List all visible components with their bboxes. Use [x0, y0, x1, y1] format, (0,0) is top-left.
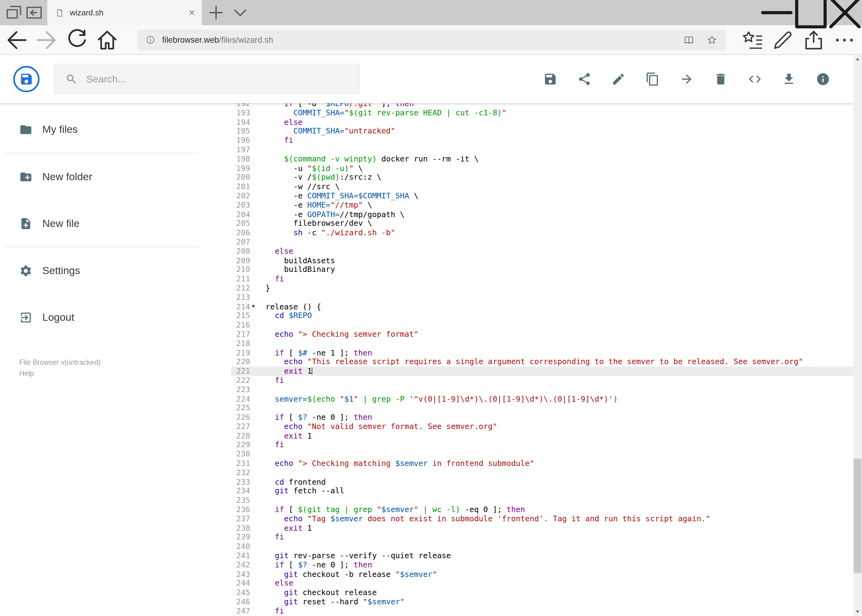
code-line[interactable]: 247 fi: [231, 607, 853, 616]
line-number[interactable]: 224: [231, 394, 250, 404]
code-line[interactable]: 242 if [ $? -ne 0 ]; then: [231, 560, 853, 570]
code-text[interactable]: -e COMMIT_SHA=$COMMIT_SHA \: [266, 191, 853, 201]
code-line[interactable]: 239 fi: [231, 533, 853, 542]
share-page-button[interactable]: [802, 28, 826, 52]
line-number[interactable]: 201: [231, 182, 250, 191]
code-line[interactable]: 236 if [ $(git tag | grep "$semver" | wc…: [231, 505, 853, 514]
code-line[interactable]: 223: [231, 385, 853, 394]
code-line[interactable]: 205 filebrowser/dev \: [231, 219, 853, 228]
line-number[interactable]: 241: [231, 551, 250, 560]
code-text[interactable]: [266, 404, 853, 413]
line-number[interactable]: 220: [231, 357, 250, 366]
line-number[interactable]: 232: [231, 468, 250, 477]
code-line[interactable]: 209 buildAssets: [231, 256, 853, 265]
line-number[interactable]: 214: [231, 302, 250, 311]
code-line[interactable]: 211 fi: [231, 274, 853, 284]
share-button[interactable]: [577, 72, 591, 86]
code-text[interactable]: [266, 449, 853, 459]
code-line[interactable]: 208 else: [231, 247, 853, 256]
code-text[interactable]: git reset --hard "$semver": [266, 597, 853, 607]
search-input[interactable]: [85, 73, 349, 85]
tabs-set-aside-icon[interactable]: [4, 0, 24, 25]
line-number[interactable]: 237: [231, 514, 250, 523]
code-text[interactable]: [266, 542, 853, 551]
code-text[interactable]: git fetch --all: [266, 487, 853, 496]
code-text[interactable]: buildBinary: [266, 265, 853, 274]
tab-preview-chevron[interactable]: [230, 0, 250, 25]
line-number[interactable]: 244: [231, 579, 250, 588]
code-line[interactable]: 203 -e HOME="//tmp" \: [231, 201, 853, 210]
line-number[interactable]: 218: [231, 339, 250, 348]
line-number[interactable]: 235: [231, 496, 250, 505]
code-text[interactable]: exit 1: [266, 366, 853, 376]
code-text[interactable]: $(command -v winpty) docker run --rm -it…: [266, 154, 853, 163]
line-number[interactable]: 233: [231, 477, 250, 487]
raw-view-button[interactable]: [748, 72, 762, 86]
line-number[interactable]: 199: [231, 163, 250, 173]
line-number[interactable]: 228: [231, 431, 250, 440]
code-line[interactable]: 220 echo "This release script requires a…: [231, 357, 853, 366]
code-line[interactable]: 238 exit 1: [231, 523, 853, 533]
code-text[interactable]: exit 1: [266, 431, 853, 440]
code-line[interactable]: 201 -w //src \: [231, 182, 853, 191]
code-text[interactable]: -e HOME="//tmp" \: [266, 201, 853, 210]
code-line[interactable]: 237 echo "Tag $semver does not exist in …: [231, 514, 853, 523]
move-button[interactable]: [679, 72, 694, 86]
line-number[interactable]: 195: [231, 127, 250, 136]
page-scrollbar[interactable]: [853, 55, 862, 616]
code-text[interactable]: -v /$(pwd):/src:z \: [266, 173, 853, 182]
code-line[interactable]: 193 COMMIT_SHA="$(git rev-parse HEAD | c…: [231, 108, 853, 118]
line-number[interactable]: 231: [231, 459, 250, 468]
code-line[interactable]: 198 $(command -v winpty) docker run --rm…: [231, 154, 853, 163]
code-line[interactable]: 225: [231, 404, 853, 413]
code-text[interactable]: else: [266, 118, 853, 127]
code-text[interactable]: buildAssets: [266, 256, 853, 265]
line-number[interactable]: 246: [231, 597, 250, 607]
favorite-star-icon[interactable]: [706, 34, 718, 46]
code-text[interactable]: cd $REPO: [266, 311, 853, 321]
code-line[interactable]: 199 -u "$(id -u)" \: [231, 163, 853, 173]
line-number[interactable]: 221: [231, 366, 250, 376]
address-bar[interactable]: filebrowser.web/files/wizard.sh: [137, 30, 726, 50]
code-text[interactable]: exit 1: [266, 523, 853, 533]
code-line[interactable]: 233 cd frontend: [231, 477, 853, 487]
line-number[interactable]: 217: [231, 330, 250, 339]
code-text[interactable]: sh -c "./wizard.sh -b": [266, 228, 853, 237]
code-text[interactable]: else: [266, 579, 853, 588]
url-text[interactable]: filebrowser.web/files/wizard.sh: [162, 35, 273, 44]
line-number[interactable]: 197: [231, 145, 250, 154]
code-text[interactable]: -e GOPATH=//tmp/gopath \: [266, 210, 853, 219]
code-line[interactable]: 224 semver=$(echo "$1" | grep -P '^v(0|[…: [231, 394, 853, 404]
code-text[interactable]: cd frontend: [266, 477, 853, 487]
line-number[interactable]: 223: [231, 385, 250, 394]
reading-view-icon[interactable]: [683, 34, 695, 46]
code-line[interactable]: 227 echo "Not valid semver format. See s…: [231, 422, 853, 431]
line-number[interactable]: 205: [231, 219, 250, 228]
code-line[interactable]: 202 -e COMMIT_SHA=$COMMIT_SHA \: [231, 191, 853, 201]
code-line[interactable]: 200 -v /$(pwd):/src:z \: [231, 173, 853, 182]
code-line[interactable]: 210 buildBinary: [231, 265, 853, 274]
code-line[interactable]: 204 -e GOPATH=//tmp/gopath \: [231, 210, 853, 219]
code-text[interactable]: if [ $? -ne 0 ]; then: [266, 560, 853, 570]
code-text[interactable]: -w //src \: [266, 182, 853, 191]
line-number[interactable]: 192: [231, 103, 250, 108]
sidebar-item-logout[interactable]: Logout: [0, 294, 231, 341]
line-number[interactable]: 215: [231, 311, 250, 321]
info-button[interactable]: [816, 72, 830, 86]
code-text[interactable]: fi: [266, 136, 853, 145]
code-text[interactable]: git checkout release: [266, 588, 853, 597]
code-line[interactable]: 245 git checkout release: [231, 588, 853, 597]
code-line[interactable]: 246 git reset --hard "$semver": [231, 597, 853, 607]
hub-button[interactable]: [740, 28, 764, 52]
sidebar-item-settings[interactable]: Settings: [0, 247, 231, 294]
code-text[interactable]: else: [266, 247, 853, 256]
code-text[interactable]: if [ -d "$REPO/.git" ]; then: [266, 103, 853, 108]
code-line[interactable]: 216: [231, 321, 853, 330]
back-button[interactable]: [4, 28, 28, 52]
line-number[interactable]: 209: [231, 256, 250, 265]
code-line[interactable]: 192 if [ -d "$REPO/.git" ]; then: [231, 103, 853, 108]
code-text[interactable]: filebrowser/dev \: [266, 219, 853, 228]
line-number[interactable]: 222: [231, 376, 250, 385]
code-text[interactable]: echo "Tag $semver does not exist in subm…: [266, 514, 853, 523]
code-text[interactable]: [266, 496, 853, 505]
